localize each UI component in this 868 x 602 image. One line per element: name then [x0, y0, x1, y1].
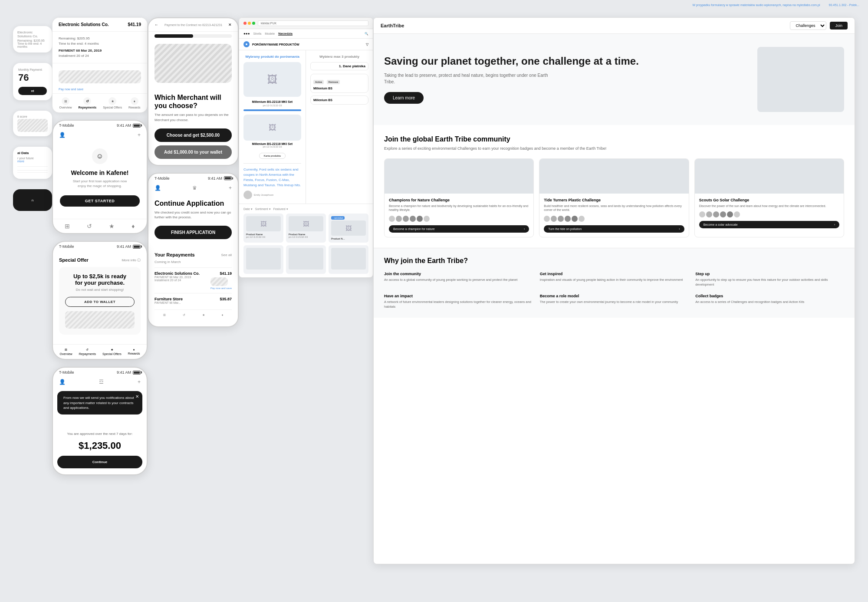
search-icon-product[interactable]: 🔍 — [365, 32, 368, 36]
nav-special-offers[interactable]: ★ Special Offers — [103, 97, 122, 109]
offer-nav-overview[interactable]: ⊞ Overview — [60, 348, 72, 355]
offer-nav-repayments[interactable]: ↺ Repayments — [79, 348, 96, 355]
nav-rewards-continue[interactable]: ♦ — [222, 313, 224, 317]
overview-nav-icon: ⊞ — [65, 348, 67, 352]
card-visual-merchant — [155, 44, 232, 83]
challenge-3-desc: Discover the power of the sun and learn … — [699, 204, 839, 208]
lower-filter-bar: Date ▾ Sortiment ▾ Featured ▾ — [243, 207, 368, 211]
filter-sortiment[interactable]: Sortiment ▾ — [255, 207, 271, 211]
notif-close-icon[interactable]: ✕ — [135, 394, 139, 400]
merchant-header-text: Payment to the Contract no 82213-A21231 — [158, 23, 228, 26]
dot-min[interactable] — [248, 22, 251, 25]
thumb-img-1: 🖼 — [246, 216, 281, 231]
repayment-item-2: Furniture Store PAYMENT till Mar... $35.… — [155, 293, 232, 308]
get-started-button[interactable]: GET STARTED — [60, 195, 140, 207]
filter-date[interactable]: Date ▾ — [243, 207, 253, 211]
avatar-1-1 — [389, 216, 395, 222]
nav-overview-continue[interactable]: ⊞ — [163, 313, 166, 317]
avatar-3-5 — [727, 211, 733, 217]
join-button[interactable]: Join — [830, 22, 848, 30]
avatar-2-2 — [551, 216, 557, 222]
plus-icon-continue[interactable]: + — [229, 185, 232, 191]
repayment-1-pay[interactable]: Pay now and save — [210, 287, 232, 289]
offer-more-info[interactable]: More info ⓘ — [122, 258, 141, 263]
time-end-label: Time to the end: 4 months — [59, 41, 141, 46]
partial-more-link[interactable]: more — [17, 160, 48, 163]
why-5-title: Become a role model — [540, 294, 689, 298]
special-offer-screen: T-Mobile 9:41 AM Special Offer More info… — [52, 241, 148, 360]
notification-screen: T-Mobile 9:41 AM 👤 ☲ + From now we will … — [52, 367, 148, 475]
filter-featured[interactable]: Featured ▾ — [273, 207, 288, 211]
learn-more-button[interactable]: Learn more — [384, 92, 424, 104]
back-arrow[interactable]: ← — [155, 23, 158, 27]
finish-application-button[interactable]: FINISH APPLICATION — [155, 226, 232, 239]
avatar-2-4 — [565, 216, 571, 222]
plus-icon[interactable]: + — [138, 132, 141, 138]
avatar-2-5 — [572, 216, 578, 222]
product-thumb-1-sub: pn:12-3:2132-33 — [246, 236, 281, 238]
avatar-2-6 — [579, 216, 585, 222]
nav-repayments[interactable]: ↺ Repayments — [79, 97, 97, 109]
dot-close[interactable] — [243, 22, 247, 25]
offer-nav-rewards[interactable]: ♦ Rewards — [128, 348, 140, 355]
repayment-card-screen: Electronic Solutions Co. $41.19 Remainin… — [52, 17, 148, 113]
avatar-1-2 — [396, 216, 402, 222]
product-1-code: pn:12-3:2132-33 — [243, 104, 301, 107]
nav-rewards[interactable]: ♦ Rewards — [128, 97, 141, 109]
battery-icon-continue — [224, 176, 232, 180]
nav-repay-continue[interactable]: ↺ — [183, 313, 185, 317]
repayments-section: Your Repayments See all Coming in March … — [148, 246, 238, 326]
partial-dark-btn[interactable]: nt — [18, 87, 47, 95]
see-all-link[interactable]: See all — [221, 253, 232, 257]
offer-nav-special[interactable]: ★ Special Offers — [102, 348, 122, 355]
product-image-left: 🖼 — [243, 62, 301, 97]
nav-icon-1[interactable]: ⊞ — [65, 223, 70, 230]
nav-offers-continue[interactable]: ★ — [202, 313, 205, 317]
right-product-1: Active Remove Millenium BS — [310, 74, 368, 93]
nav-icon-3[interactable]: ★ — [109, 223, 115, 230]
choose-merchant-button[interactable]: Choose and get $2,500.00 — [155, 128, 232, 142]
add-to-wallet-button[interactable]: ADD TO WALLET — [65, 297, 135, 307]
time-2: 9:41 AM — [117, 244, 131, 249]
why-6-desc: An access to a series of Challenges and … — [695, 300, 844, 305]
dot-max[interactable] — [252, 22, 255, 25]
earth-tribe-site: EarthTribe Challenges Join Saving our pl… — [373, 17, 855, 564]
nav-narzedzia[interactable]: Narzedzia — [278, 32, 293, 36]
nav-icon-2[interactable]: ↺ — [87, 223, 92, 230]
column-1-partial: Electronic Solutions Co. Remaining: $205… — [13, 17, 52, 211]
battery-icon-3 — [133, 371, 141, 375]
close-merchant[interactable]: ✕ — [228, 23, 232, 27]
challenge-card-1: Champions for Nature Challenge Become a … — [384, 158, 534, 238]
challenge-2-button[interactable]: Turn the tide on pollution › — [544, 225, 684, 233]
product-site-nav: ●●● Strefa Modele Narzedzia 🔍 — [239, 29, 373, 39]
avatar-1-6 — [424, 216, 430, 222]
nav-overview[interactable]: ⊞ Overview — [59, 97, 72, 109]
challenge-3-button[interactable]: Become a solar advocate › — [699, 221, 839, 228]
add-to-wallet-merchant-button[interactable]: Add $1,000.00 to your wallet — [155, 145, 232, 159]
pay-now-link[interactable]: Pay now and save — [53, 86, 147, 93]
product-card-btn[interactable]: Karta produktu — [259, 153, 286, 159]
browser-bar-product: kleklar.PUK — [239, 18, 373, 29]
earth-hero-sub: Taking the lead to preserve, protect and… — [384, 72, 549, 85]
card-stripe-visual — [65, 311, 135, 329]
avatar-1-4 — [410, 216, 416, 222]
repayment-company: Electronic Solutions Co. — [59, 22, 109, 27]
action-button-notif[interactable]: Continue — [57, 456, 142, 468]
product-sort-icon[interactable]: ▽ — [366, 43, 368, 46]
challenges-dropdown[interactable]: Challenges — [790, 21, 826, 30]
comparison-right-col: Wybierz max 3 produkty 1. Dane platnika … — [306, 50, 373, 204]
nav-strefa[interactable]: Strefa — [253, 32, 262, 36]
active-badge-1: Active — [313, 80, 324, 84]
challenges-grid: Champions for Nature Challenge Become a … — [384, 158, 844, 238]
partial-monthly: Monthly Payment: — [18, 68, 47, 71]
plus-icon-notif[interactable]: + — [138, 379, 141, 385]
challenge-1-button[interactable]: Become a champion for nature › — [389, 225, 529, 233]
nav-modele[interactable]: Modele — [265, 32, 275, 36]
repayments-section-title: Your Repayments — [155, 252, 195, 257]
time-1: 9:41 AM — [117, 123, 131, 128]
product-thumb-5 — [286, 245, 326, 274]
continue-sub: We checked you credit score and now you … — [155, 210, 232, 220]
arrow-icon-2: › — [679, 227, 680, 230]
nav-icon-4[interactable]: ♦ — [132, 223, 135, 230]
choose-label: Wybierz max 3 produkty — [310, 55, 368, 59]
